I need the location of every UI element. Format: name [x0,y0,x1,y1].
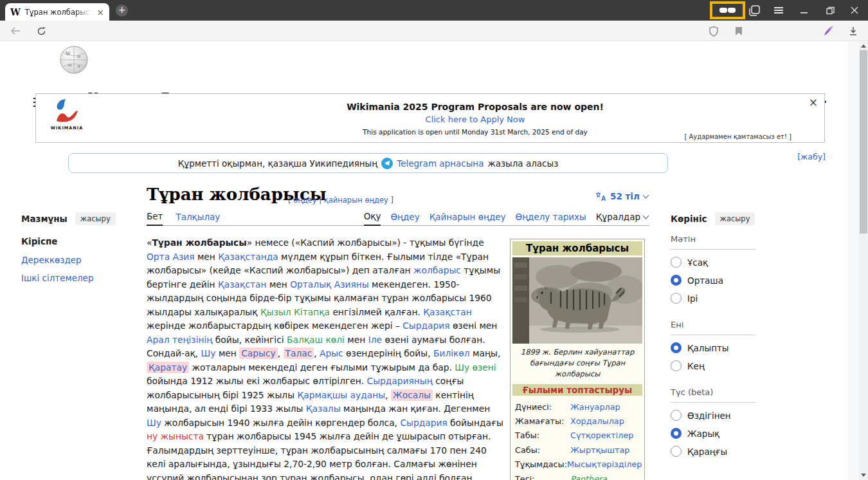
yandex-pen-icon[interactable] [820,21,837,41]
radio-label: Ұсақ [687,257,708,268]
vertical-scrollbar[interactable] [859,41,868,480]
radio-button[interactable] [671,428,682,439]
tab-panel-icon[interactable] [746,0,763,21]
banner-close-icon[interactable]: × [809,96,818,109]
edit-source-link[interactable]: қайнарын өңдеу [324,196,388,205]
tab-Құралдар[interactable]: Құралдар [596,211,648,226]
article-link[interactable]: ну жыныста [147,431,204,441]
toc-item[interactable]: Ішкі сілтемелер [21,273,131,283]
tab-Оқу[interactable]: Оқу [364,211,381,226]
article-link[interactable]: Іле [368,335,382,345]
taxo-value[interactable]: Сүтқоректілер [570,430,633,440]
radio-button[interactable] [671,275,682,286]
tab-Бет[interactable]: Бет [147,211,163,226]
svg-text:Ω: Ω [68,62,71,68]
article-link[interactable]: Орталық Азияны [290,279,369,290]
article-link[interactable]: Қармақшы ауданы [297,390,385,400]
radio-option-Жарық[interactable]: Жарық [671,428,755,439]
minimize-button[interactable] [796,0,813,21]
radio-option-Кең[interactable]: Кең [671,360,755,371]
tiger-photo[interactable] [512,257,642,344]
highlighted-article-link[interactable]: Талас [284,347,314,359]
highlighted-article-link[interactable]: Сарысу [239,347,278,359]
article-link[interactable]: Балқаш көлі [287,335,345,345]
taxobox-row: Сабы:Жыртқыштар [515,443,641,457]
browser-tab[interactable]: W Тұран жолбарысы — У × [5,3,109,21]
radio-option-Қараңғы[interactable]: Қараңғы [671,446,755,457]
toc-item[interactable]: Кіріспе [21,236,131,246]
telegram-text-after: жазыла аласыз [487,158,558,169]
taxobox: Тұран жолбарысы 1899 ж. Бе [510,239,645,480]
edit-link[interactable]: өңдеу [293,196,316,205]
taxobox-section-header: Ғылыми топтастыруы [512,384,642,396]
radio-button[interactable] [671,410,682,421]
radio-label: Ірі [687,293,698,304]
scrollbar-up-arrow[interactable] [861,44,866,48]
protect-shield-icon[interactable] [706,21,721,41]
radio-option-Ұсақ[interactable]: Ұсақ [671,257,755,268]
wikipedia-globe-logo[interactable]: W И Ω А [59,45,89,75]
tab-Қайнарын өңдеу[interactable]: Қайнарын өңдеу [429,211,506,226]
back-icon[interactable] [6,21,24,41]
taxo-value[interactable]: Жануарлар [570,402,620,412]
article-link[interactable]: жолбарыс [413,265,461,275]
article-link[interactable]: Шу [147,418,161,428]
article-link[interactable]: Қазақстанда [218,252,278,262]
radio-button[interactable] [671,342,682,353]
article-link[interactable]: Шу [201,348,216,358]
article-link[interactable]: Сырдария [400,418,447,428]
tab-Өңделу тарихы[interactable]: Өңделу тарихы [516,211,586,226]
radio-option-Қалыпты[interactable]: Қалыпты [671,342,755,353]
toc-hide-button[interactable]: жасыру [75,212,116,225]
scrollbar-down-arrow[interactable] [861,474,866,477]
article-link[interactable]: Сырдария [402,320,449,331]
article-link[interactable]: Билікөл [433,348,470,358]
radio-option-Орташа[interactable]: Орташа [671,275,755,286]
radio-option-Өздігінен[interactable]: Өздігінен [671,410,755,421]
article-link[interactable]: Сырдарияның [367,376,433,386]
scrollbar-thumb[interactable] [860,50,867,234]
telegram-channel-link[interactable]: Telegram арнасына [397,158,484,169]
article-link[interactable]: Арыс [320,348,343,358]
reload-icon[interactable] [32,21,50,41]
toc-item[interactable]: Дереккөздер [21,255,131,265]
tab-close-icon[interactable]: × [96,7,104,17]
language-selector[interactable]: A 52 тіл [595,191,648,201]
banner-dismiss-link[interactable]: [жабу] [797,152,826,162]
article-link[interactable]: Орта Азия [147,252,195,262]
article-link[interactable]: Қазақстан [423,307,471,317]
appearance-hide-button[interactable]: жасыру [715,212,755,225]
window-close-button[interactable] [846,0,863,21]
table-of-contents: Мазмұны жасыру КіріспеДереккөздерІшкі сі… [21,212,131,283]
incognito-glasses-icon[interactable] [719,8,736,13]
article-link[interactable]: Шу өзені [455,362,496,373]
maximize-button[interactable] [822,0,838,21]
highlighted-article-link[interactable]: Жосалы [391,389,433,401]
downloads-icon[interactable] [845,21,862,41]
radio-button[interactable] [671,446,682,457]
wikimania-banner[interactable]: WIKIMANIA Wikimania 2025 Program Proposa… [35,93,825,143]
radio-button[interactable] [671,257,682,268]
article-link[interactable]: Қызыл Кітапқа [260,307,330,317]
highlighted-article-link[interactable]: Қаратау [147,362,189,373]
article-link[interactable]: Қазалы [306,403,341,414]
tab-Талқылау[interactable]: Талқылау [176,211,220,226]
article-link[interactable]: Арал теңізінің [147,335,212,345]
taxo-value[interactable]: Мысықтәрізділер [567,459,642,469]
banner-translate-note[interactable]: [ Аудармамен қамтамасыз ет! ] [684,133,791,140]
bookmark-icon[interactable] [732,21,746,41]
taxo-value[interactable]: Жыртқыштар [570,445,629,455]
article-body: «Тұран жолбарысы» немесе («Каспий жолбар… [147,236,504,480]
radio-button[interactable] [671,293,682,304]
taxo-label: Табы: [515,430,570,440]
article-link[interactable]: Қазақстан [218,279,266,290]
radio-option-Ірі[interactable]: Ірі [671,293,755,304]
svg-text:И: И [77,54,80,59]
radio-button[interactable] [671,360,682,371]
tab-Өңдеу[interactable]: Өңдеу [390,211,419,226]
banner-apply-link[interactable]: Click here to Apply Now [132,115,818,124]
new-tab-button[interactable]: + [116,5,128,17]
taxo-value[interactable]: Хордалылар [570,416,624,426]
taxobox-row: Табы:Сүтқоректілер [515,429,641,443]
browser-menu-icon[interactable] [770,0,787,21]
